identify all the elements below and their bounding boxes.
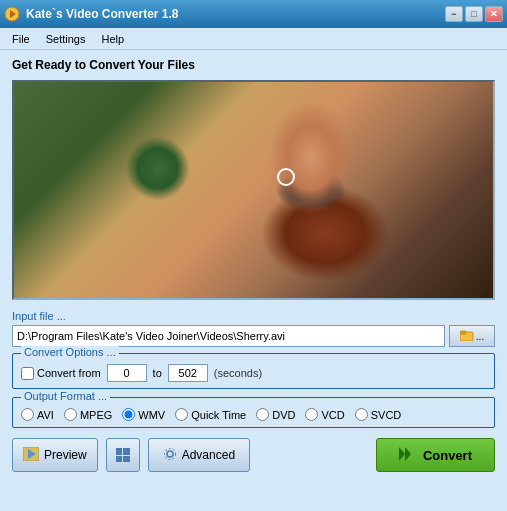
- radio-svcd[interactable]: [355, 408, 368, 421]
- output-format-label: Output Format ...: [21, 390, 110, 402]
- format-quicktime-label: Quick Time: [191, 409, 246, 421]
- input-file-label: Input file ...: [12, 310, 495, 322]
- format-wmv-label: WMV: [138, 409, 165, 421]
- convert-from-checkbox[interactable]: [21, 367, 34, 380]
- format-vcd-label: VCD: [321, 409, 344, 421]
- browse-ellipsis: ...: [476, 331, 484, 342]
- menu-help[interactable]: Help: [93, 31, 132, 47]
- input-file-row: ...: [12, 325, 495, 347]
- grid-view-button[interactable]: [106, 438, 140, 472]
- format-svcd[interactable]: SVCD: [355, 408, 402, 421]
- input-file-section: Input file ... ...: [12, 310, 495, 347]
- title-bar: Kate`s Video Converter 1.8 − □ ✕: [0, 0, 507, 28]
- format-vcd[interactable]: VCD: [305, 408, 344, 421]
- radio-wmv[interactable]: [122, 408, 135, 421]
- format-dvd-label: DVD: [272, 409, 295, 421]
- from-time-input[interactable]: [107, 364, 147, 382]
- seconds-label: (seconds): [214, 367, 262, 379]
- gear-icon: [163, 447, 177, 464]
- convert-options-section: Convert Options ... Convert from to (sec…: [12, 353, 495, 389]
- window-title: Kate`s Video Converter 1.8: [26, 7, 179, 21]
- format-dvd[interactable]: DVD: [256, 408, 295, 421]
- radio-quicktime[interactable]: [175, 408, 188, 421]
- preview-button[interactable]: Preview: [12, 438, 98, 472]
- convert-play-icon: [399, 447, 417, 464]
- svg-point-6: [167, 451, 173, 457]
- convert-from-text: Convert from: [37, 367, 101, 379]
- title-bar-buttons: − □ ✕: [445, 6, 503, 22]
- format-mpeg-label: MPEG: [80, 409, 112, 421]
- svg-point-7: [164, 448, 175, 459]
- output-format-section: Output Format ... AVI MPEG WMV Quick Tim…: [12, 397, 495, 428]
- input-file-field[interactable]: [12, 325, 445, 347]
- close-button[interactable]: ✕: [485, 6, 503, 22]
- convert-options-label: Convert Options ...: [21, 346, 119, 358]
- convert-label: Convert: [423, 448, 472, 463]
- format-mpeg[interactable]: MPEG: [64, 408, 112, 421]
- format-avi-label: AVI: [37, 409, 54, 421]
- preview-icon: [23, 447, 39, 464]
- to-label: to: [153, 367, 162, 379]
- preview-label: Preview: [44, 448, 87, 462]
- main-content: Get Ready to Convert Your Files Input fi…: [0, 50, 507, 482]
- format-svcd-label: SVCD: [371, 409, 402, 421]
- svg-marker-8: [399, 447, 405, 461]
- video-preview: [12, 80, 495, 300]
- format-avi[interactable]: AVI: [21, 408, 54, 421]
- bottom-buttons: Preview Advanced: [12, 438, 495, 472]
- svg-marker-9: [405, 447, 411, 461]
- minimize-button[interactable]: −: [445, 6, 463, 22]
- title-bar-left: Kate`s Video Converter 1.8: [4, 6, 179, 22]
- radio-dvd[interactable]: [256, 408, 269, 421]
- menu-settings[interactable]: Settings: [38, 31, 94, 47]
- video-overlay: [14, 82, 493, 298]
- menu-bar: File Settings Help: [0, 28, 507, 50]
- video-frame: [14, 82, 493, 298]
- convert-from-checkbox-label[interactable]: Convert from: [21, 367, 101, 380]
- browse-button[interactable]: ...: [449, 325, 495, 347]
- advanced-label: Advanced: [182, 448, 235, 462]
- radio-avi[interactable]: [21, 408, 34, 421]
- folder-icon: [460, 329, 474, 343]
- format-row: AVI MPEG WMV Quick Time DVD VCD: [21, 408, 486, 421]
- restore-button[interactable]: □: [465, 6, 483, 22]
- menu-file[interactable]: File: [4, 31, 38, 47]
- radio-vcd[interactable]: [305, 408, 318, 421]
- advanced-button[interactable]: Advanced: [148, 438, 250, 472]
- convert-from-row: Convert from to (seconds): [21, 364, 486, 382]
- convert-button[interactable]: Convert: [376, 438, 495, 472]
- format-wmv[interactable]: WMV: [122, 408, 165, 421]
- to-time-input[interactable]: [168, 364, 208, 382]
- page-title: Get Ready to Convert Your Files: [12, 58, 495, 72]
- format-quicktime[interactable]: Quick Time: [175, 408, 246, 421]
- radio-mpeg[interactable]: [64, 408, 77, 421]
- app-icon: [4, 6, 20, 22]
- grid-icon: [116, 448, 130, 462]
- svg-rect-3: [460, 331, 466, 334]
